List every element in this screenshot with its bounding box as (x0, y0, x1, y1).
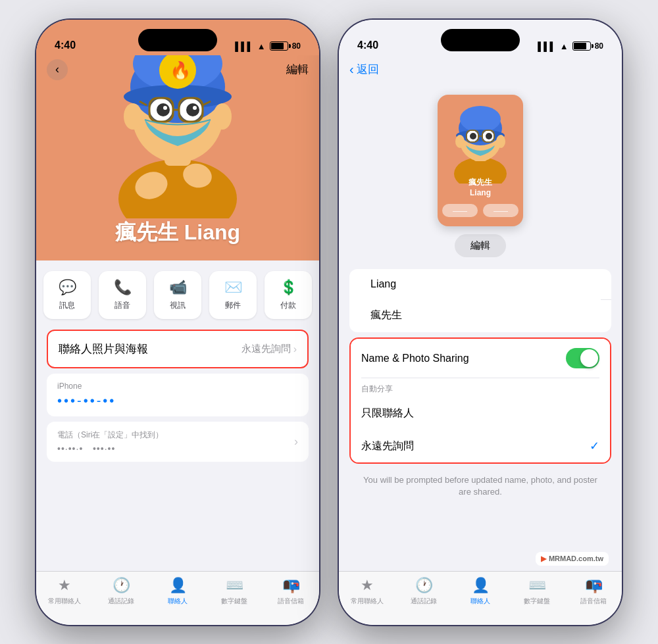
voicemail-icon: 📭 (282, 577, 300, 594)
action-btn-mail[interactable]: ✉️ 郵件 (209, 271, 257, 319)
svg-point-27 (460, 106, 501, 132)
tab-voicemail[interactable]: 📭 語音信箱 (263, 577, 319, 606)
option-always-ask[interactable]: 永遠先詢問 ✓ (351, 430, 610, 462)
keypad-label-right: 數字鍵盤 (524, 597, 550, 606)
recents-icon-right: 🕐 (415, 577, 433, 594)
tab-bar-left: ★ 常用聯絡人 🕐 通話記錄 👤 聯絡人 ⌨️ 數字鍵盤 📭 語音信箱 (36, 571, 319, 625)
tab-keypad-right[interactable]: ⌨️ 數字鍵盤 (509, 577, 565, 606)
video-icon: 📹 (169, 279, 187, 296)
contacts-label: 聯絡人 (168, 597, 188, 606)
back-button-right[interactable]: ‹ 返回 (349, 62, 379, 77)
last-name-field[interactable]: 瘋先生 (360, 299, 601, 332)
name-fields: Liang 瘋先生 (349, 269, 611, 333)
auto-share-label: 自動分享 (351, 378, 610, 397)
status-icons-left: ▌▌▌ ▲ 80 (235, 41, 301, 51)
favorites-label: 常用聯絡人 (48, 597, 81, 606)
tab-voicemail-right[interactable]: 📭 語音信箱 (565, 577, 622, 606)
battery-percent-right: 80 (595, 41, 603, 51)
contact-card-preview: 瘋先生 Liang —— —— (438, 95, 523, 226)
contact-hero: 4:40 ▌▌▌ ▲ 80 ‹ 編輯 (36, 20, 319, 261)
svg-point-13 (193, 106, 197, 110)
favorites-icon-right: ★ (361, 577, 374, 594)
pay-label: 付款 (280, 300, 296, 311)
action-btn-video[interactable]: 📹 視訊 (154, 271, 201, 319)
left-phone-screen: 4:40 ▌▌▌ ▲ 80 ‹ 編輯 (36, 20, 319, 625)
info-text: You will be prompted before updated name… (339, 469, 622, 503)
option-contacts-label: 只限聯絡人 (361, 407, 414, 420)
tab-bar-right: ★ 常用聯絡人 🕐 通話記錄 👤 聯絡人 ⌨️ 數字鍵盤 📭 語音信箱 (339, 571, 622, 625)
svg-point-37 (496, 135, 505, 148)
siri-phone-label: 電話（Siri在「設定」中找到） (57, 430, 163, 441)
voicemail-label: 語音信箱 (278, 597, 304, 606)
action-btn-voice[interactable]: 📞 語音 (99, 271, 146, 319)
first-name-field[interactable]: Liang (360, 269, 601, 299)
phone-number-dots: ••·••·• •••·•• (57, 443, 163, 454)
sharing-toggle[interactable] (566, 348, 599, 368)
contact-name: 瘋先生 Liang (115, 218, 240, 247)
signal-icon: ▌▌▌ (235, 41, 253, 51)
tab-keypad[interactable]: ⌨️ 數字鍵盤 (206, 577, 263, 606)
back-label: 返回 (357, 62, 379, 77)
message-icon: 💬 (59, 279, 76, 296)
watermark-logo: ▶ (541, 555, 546, 563)
battery-fill-right (574, 43, 586, 49)
poster-chevron: › (293, 343, 297, 355)
card-name: 瘋先生 Liang (468, 178, 492, 198)
iphone-section: iPhone •••‑••‑•• (47, 374, 309, 416)
card-actions: —— —— (442, 204, 519, 217)
tab-favorites-right[interactable]: ★ 常用聯絡人 (339, 577, 395, 606)
battery-percent: 80 (292, 41, 301, 51)
sharing-label: Name & Photo Sharing (361, 353, 469, 364)
status-time-right: 4:40 (357, 39, 378, 51)
video-label: 視訊 (170, 300, 186, 311)
mail-label: 郵件 (225, 300, 241, 311)
svg-point-12 (163, 106, 167, 110)
option-ask-label: 永遠先詢問 (361, 439, 414, 453)
action-btn-message[interactable]: 💬 訊息 (43, 271, 91, 319)
voice-icon: 📞 (114, 279, 132, 296)
svg-point-36 (455, 135, 465, 148)
voice-label: 語音 (114, 300, 130, 311)
settings-content: Liang 瘋先生 Name & Photo Sharing 自動分享 只限聯絡… (339, 264, 622, 571)
poster-highlight-row[interactable]: 聯絡人照片與海報 永遠先詢問 › (47, 330, 309, 368)
voicemail-label-right: 語音信箱 (580, 597, 607, 606)
signal-icon-right: ▌▌▌ (538, 41, 556, 51)
tab-contacts-right[interactable]: 👤 聯絡人 (452, 577, 509, 606)
edit-button-left[interactable]: 編輯 (286, 62, 309, 77)
iphone-value: •••‑••‑•• (57, 393, 298, 409)
nav-bar-right: ‹ 返回 (339, 55, 622, 84)
contacts-label-right: 聯絡人 (470, 597, 490, 606)
back-button[interactable]: ‹ (47, 59, 68, 80)
option-contacts-only[interactable]: 只限聯絡人 (351, 397, 610, 430)
wifi-icon: ▲ (257, 41, 266, 51)
poster-label: 聯絡人照片與海報 (59, 341, 148, 357)
checkmark-icon: ✓ (590, 439, 599, 453)
phone-chevron: › (294, 435, 298, 449)
contacts-icon-right: 👤 (472, 577, 490, 594)
svg-point-20 (213, 103, 232, 130)
sharing-toggle-row: Name & Photo Sharing (351, 339, 610, 378)
tab-contacts[interactable]: 👤 聯絡人 (149, 577, 206, 606)
poster-sub: 永遠先詢問 (241, 343, 291, 355)
mail-icon: ✉️ (224, 279, 242, 296)
dynamic-island-right (441, 29, 520, 51)
poster-sub-area: 永遠先詢問 › (241, 343, 297, 355)
favorites-label-right: 常用聯絡人 (351, 597, 384, 606)
svg-point-11 (186, 103, 199, 116)
phone-section: 電話（Siri在「設定」中找到） ••·••·• •••·•• › (47, 422, 309, 462)
edit-button-right[interactable]: 編輯 (455, 234, 506, 257)
tab-recents[interactable]: 🕐 通話記錄 (93, 577, 149, 606)
tab-favorites[interactable]: ★ 常用聯絡人 (36, 577, 93, 606)
tab-recents-right[interactable]: 🕐 通話記錄 (395, 577, 452, 606)
action-btn-pay[interactable]: 💲 付款 (265, 271, 312, 319)
card-action-pill-2: —— (483, 204, 519, 217)
battery-icon-left (270, 41, 288, 51)
pay-icon: 💲 (280, 279, 297, 296)
left-phone-frame: 4:40 ▌▌▌ ▲ 80 ‹ 編輯 (36, 20, 319, 625)
watermark-text: MRMAD.com.tw (549, 555, 603, 562)
voicemail-icon-right: 📭 (585, 577, 603, 594)
favorites-icon: ★ (58, 577, 71, 594)
keypad-icon-right: ⌨️ (528, 577, 546, 594)
svg-point-10 (157, 103, 170, 116)
contacts-icon: 👤 (169, 577, 187, 594)
